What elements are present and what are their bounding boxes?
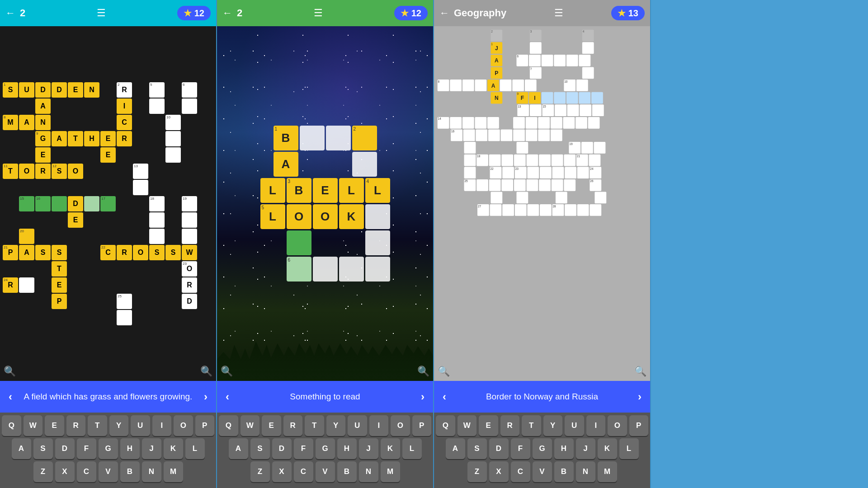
- key-2-Y[interactable]: Y: [326, 415, 346, 436]
- key-J[interactable]: J: [142, 438, 161, 459]
- cell-E2[interactable]: E: [35, 147, 51, 163]
- cell-E5[interactable]: E: [52, 277, 67, 293]
- key-2-J[interactable]: J: [359, 438, 378, 459]
- p3-w3e[interactable]: [566, 55, 578, 66]
- cell-E[interactable]: E: [68, 82, 83, 98]
- key-3-D[interactable]: D: [489, 438, 509, 459]
- key-C[interactable]: C: [77, 461, 96, 482]
- cell-E4[interactable]: E: [68, 212, 83, 228]
- key-U[interactable]: U: [131, 415, 150, 436]
- key-S[interactable]: S: [33, 438, 53, 459]
- p2-cell-L1[interactable]: L: [260, 178, 285, 203]
- key-3-W[interactable]: W: [458, 415, 477, 436]
- cell-S[interactable]: 12S: [52, 164, 67, 179]
- p3-r15h[interactable]: [527, 204, 539, 216]
- cell-w25[interactable]: 25: [117, 294, 132, 309]
- key-H[interactable]: H: [120, 438, 140, 459]
- p3-num18[interactable]: 18: [476, 155, 488, 166]
- cell-w10[interactable]: 10: [165, 115, 181, 130]
- key-T[interactable]: T: [88, 415, 107, 436]
- menu-icon-2[interactable]: ☰: [314, 7, 323, 19]
- key-2-N[interactable]: N: [359, 461, 378, 482]
- p3-r12l[interactable]: [577, 167, 589, 178]
- p3-r11e[interactable]: [489, 155, 501, 166]
- cell-w5b[interactable]: [165, 147, 181, 163]
- p3-num14[interactable]: 14: [438, 117, 449, 129]
- p3-num8[interactable]: 8: [438, 80, 449, 91]
- key-2-T[interactable]: T: [305, 415, 324, 436]
- p3-r7e[interactable]: [567, 104, 579, 116]
- cell-w9b[interactable]: [149, 212, 165, 228]
- p3-r9i[interactable]: [538, 129, 550, 141]
- key-2-A[interactable]: A: [229, 438, 248, 459]
- p3-num15[interactable]: 15: [542, 104, 554, 116]
- p3-r8j[interactable]: [551, 117, 562, 129]
- cell-W[interactable]: W: [182, 245, 197, 260]
- p3-r7g[interactable]: [592, 104, 604, 116]
- p3-w4[interactable]: [582, 42, 594, 54]
- key-2-X[interactable]: X: [272, 461, 292, 482]
- key-3-H[interactable]: H: [554, 438, 574, 459]
- p3-r15e[interactable]: [490, 204, 502, 216]
- cell-H[interactable]: H: [84, 131, 99, 146]
- p3-r5l[interactable]: [576, 80, 588, 91]
- cell-O3[interactable]: O: [133, 245, 148, 260]
- p3-w3d[interactable]: [554, 55, 566, 66]
- p3-N[interactable]: N: [491, 92, 502, 104]
- p3-r5b[interactable]: [450, 80, 462, 91]
- p3-r11[interactable]: [464, 155, 476, 166]
- p3-r11m[interactable]: [589, 155, 601, 166]
- key-3-F[interactable]: F: [511, 438, 530, 459]
- key-2-W[interactable]: W: [241, 415, 260, 436]
- p3-r5c[interactable]: [462, 80, 474, 91]
- p2-cell-w6b[interactable]: [313, 257, 338, 282]
- key-3-P[interactable]: P: [629, 415, 649, 436]
- p3-r15l[interactable]: [577, 204, 589, 216]
- p3-r13k[interactable]: [564, 179, 576, 191]
- zoom-out-icon-3[interactable]: 🔍: [634, 366, 646, 377]
- p3-F[interactable]: 9F: [516, 92, 528, 104]
- p3-r13j[interactable]: [552, 179, 563, 191]
- zoom-in-icon-2[interactable]: 🔍: [221, 366, 233, 377]
- key-D[interactable]: D: [55, 438, 75, 459]
- p3-r15g[interactable]: [515, 204, 527, 216]
- key-3-Z[interactable]: Z: [467, 461, 487, 482]
- cell-A3[interactable]: A: [52, 131, 67, 146]
- key-3-K[interactable]: K: [598, 438, 617, 459]
- key-3-C[interactable]: C: [511, 461, 530, 482]
- key-2-F[interactable]: F: [294, 438, 313, 459]
- key-3-V[interactable]: V: [533, 461, 552, 482]
- key-2-I[interactable]: I: [369, 415, 389, 436]
- next-hint-button[interactable]: ›: [199, 390, 212, 403]
- cell-w19[interactable]: 19: [182, 196, 197, 211]
- cell-green1[interactable]: 15: [19, 196, 34, 211]
- p3-r13i[interactable]: [539, 179, 551, 191]
- p3-r14m[interactable]: [594, 192, 606, 203]
- key-3-E[interactable]: E: [479, 415, 498, 436]
- p2-cell-A[interactable]: A: [274, 152, 298, 177]
- p3-num23[interactable]: 23: [515, 167, 527, 178]
- key-V[interactable]: V: [99, 461, 118, 482]
- p3-r14g[interactable]: [516, 192, 528, 203]
- cell-E3[interactable]: E: [100, 147, 116, 163]
- cell-M[interactable]: 8M: [3, 115, 18, 130]
- zoom-in-icon-3[interactable]: 🔍: [438, 366, 450, 377]
- key-3-G[interactable]: G: [533, 438, 552, 459]
- key-3-N[interactable]: N: [576, 461, 595, 482]
- p3-w3c[interactable]: [542, 55, 553, 66]
- key-P[interactable]: P: [195, 415, 215, 436]
- p3-I[interactable]: I: [529, 92, 541, 104]
- key-E[interactable]: E: [45, 415, 64, 436]
- p3-J[interactable]: 1J: [491, 42, 502, 54]
- cell-S2[interactable]: S: [52, 245, 67, 260]
- p3-r7f[interactable]: [580, 104, 591, 116]
- key-2-Z[interactable]: Z: [250, 461, 270, 482]
- key-W[interactable]: W: [24, 415, 43, 436]
- cell-R[interactable]: R: [117, 131, 132, 146]
- cell-blank2[interactable]: [149, 99, 165, 114]
- key-3-I[interactable]: I: [586, 415, 606, 436]
- p3-r12f[interactable]: [502, 167, 514, 178]
- key-2-Q[interactable]: Q: [219, 415, 238, 436]
- p2-cell-w5e[interactable]: [365, 230, 390, 255]
- p3-r9e[interactable]: [488, 129, 500, 141]
